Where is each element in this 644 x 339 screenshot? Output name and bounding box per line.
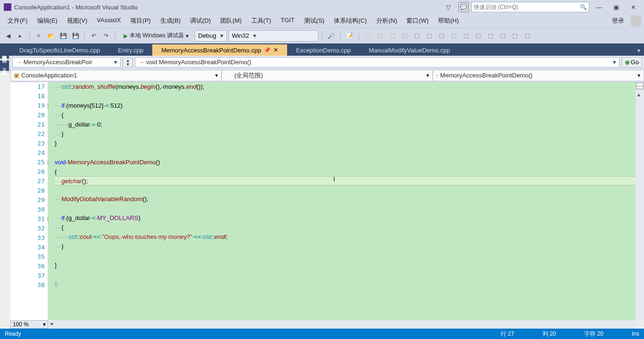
split-window-icon[interactable] bbox=[636, 83, 644, 89]
code-line[interactable]: } bbox=[55, 261, 643, 270]
menu-item[interactable]: 窗口(W) bbox=[402, 15, 433, 27]
code-line[interactable]: ····if·(g_dollar·<·MY_DOLLARS) bbox=[55, 213, 643, 223]
close-tab-icon[interactable]: ✕ bbox=[273, 47, 278, 53]
notifications-icon[interactable]: 💬 bbox=[458, 2, 469, 12]
tool-icon-9[interactable]: ⬚ bbox=[461, 31, 471, 41]
code-line[interactable] bbox=[55, 92, 643, 101]
code-editor[interactable]: 171819-202122232425-262728293031-3233343… bbox=[10, 82, 643, 320]
horizontal-scrollbar[interactable]: ◂ bbox=[48, 320, 636, 329]
close-button[interactable]: ✕ bbox=[626, 1, 640, 13]
menu-item[interactable]: 分析(N) bbox=[372, 15, 402, 27]
save-all-icon[interactable]: 💾 bbox=[70, 31, 81, 41]
menu-item[interactable]: 测试(S) bbox=[299, 15, 329, 27]
code-line[interactable] bbox=[55, 251, 643, 261]
open-file-icon[interactable]: 📂 bbox=[46, 31, 56, 41]
menu-item[interactable]: 体系结构(C) bbox=[329, 15, 372, 27]
tool-icon-7[interactable]: ⬚ bbox=[437, 31, 447, 41]
arrow-right-icon: → bbox=[138, 59, 144, 66]
avatar-icon[interactable] bbox=[631, 16, 641, 26]
undo-icon[interactable]: ↶ bbox=[89, 31, 99, 41]
code-line[interactable]: void·MemoryAccessBreakPointDemo() bbox=[55, 158, 643, 167]
tool-icon-2[interactable]: ⬚ bbox=[375, 31, 386, 41]
scroll-up-icon[interactable]: ▴ bbox=[636, 91, 642, 98]
menu-item[interactable]: 帮助(H) bbox=[433, 15, 463, 27]
code-line[interactable]: ····} bbox=[55, 129, 643, 139]
search-icon[interactable]: 🔍 bbox=[580, 4, 587, 10]
code-line[interactable] bbox=[55, 185, 643, 195]
nav-forward-icon[interactable]: ▸ bbox=[15, 31, 25, 41]
code-line[interactable] bbox=[55, 148, 643, 158]
zoom-combo[interactable]: 100 % bbox=[10, 320, 48, 329]
config-combo[interactable]: Debug bbox=[195, 30, 226, 42]
code-line[interactable]: ········std::cout·<<·"Oops,·who·touches·… bbox=[55, 232, 643, 242]
document-tab[interactable]: DragToSpecificLineDemo.cpp bbox=[10, 44, 109, 56]
code-line[interactable]: ····getchar(); bbox=[55, 176, 643, 186]
code-line[interactable]: } bbox=[55, 139, 643, 148]
menu-item[interactable]: 编辑(E) bbox=[33, 15, 62, 27]
scroll-left-icon[interactable]: ◂ bbox=[48, 320, 55, 327]
code-line[interactable] bbox=[55, 204, 643, 213]
function-combo[interactable]: ◦MemoryAccessBreakPointDemo() bbox=[433, 70, 644, 81]
feedback-icon[interactable]: ▽ bbox=[441, 1, 455, 13]
redo-icon[interactable]: ↷ bbox=[101, 31, 111, 41]
quick-launch-input[interactable] bbox=[474, 4, 580, 10]
code-line[interactable]: ▯ bbox=[55, 280, 643, 289]
code-line[interactable]: ····if·(moneys[512]·<·512) bbox=[55, 101, 643, 110]
code-area[interactable]: I ····std::random_shuffle(moneys.begin()… bbox=[48, 82, 643, 320]
scope-up-button[interactable]: ▴▾ bbox=[123, 58, 133, 67]
save-icon[interactable]: 💾 bbox=[58, 31, 68, 41]
scope-combo[interactable]: → MemoryAccessBreakPoir bbox=[12, 57, 121, 68]
tool-icon-1[interactable]: ⬚ bbox=[363, 31, 373, 41]
code-line[interactable]: ····std::random_shuffle(moneys.begin(),·… bbox=[55, 82, 643, 92]
menu-item[interactable]: 生成(B) bbox=[156, 15, 185, 27]
minimize-button[interactable]: — bbox=[592, 1, 606, 13]
start-debug-button[interactable]: ▶ 本地 Windows 调试器 ▾ bbox=[119, 30, 193, 42]
tool-icon-3[interactable]: ⬚ bbox=[388, 31, 398, 41]
platform-combo[interactable]: Win32 bbox=[229, 30, 318, 42]
menu-item[interactable]: 项目(P) bbox=[125, 15, 155, 27]
tool-icon-5[interactable]: ⬚ bbox=[412, 31, 422, 41]
tool-icon-4[interactable]: ⬚ bbox=[400, 31, 410, 41]
code-line[interactable] bbox=[55, 270, 643, 280]
go-button[interactable]: ◉ Go bbox=[621, 57, 642, 68]
sign-in-link[interactable]: 登录 bbox=[608, 15, 628, 27]
vertical-scrollbar[interactable]: ▴ bbox=[636, 82, 644, 320]
menu-item[interactable]: 文件(F) bbox=[3, 15, 33, 27]
code-line[interactable]: ····{ bbox=[55, 223, 643, 232]
document-tab[interactable]: ManualModifyValueDemo.cpp bbox=[360, 44, 459, 56]
comment-icon[interactable]: 📝 bbox=[345, 31, 355, 41]
new-project-icon[interactable]: ✧ bbox=[33, 31, 44, 41]
menu-item[interactable]: 调试(D) bbox=[185, 15, 215, 27]
side-tab[interactable]: 工具箱 bbox=[0, 60, 9, 71]
pin-icon[interactable]: 📌 bbox=[264, 47, 271, 53]
project-combo[interactable]: ▣ConsoleApplication1 bbox=[10, 70, 222, 81]
quick-launch-box[interactable]: 🔍 bbox=[471, 2, 589, 12]
menu-item[interactable]: 工具(T) bbox=[247, 15, 276, 27]
code-line[interactable]: ····} bbox=[55, 242, 643, 251]
tool-icon-13[interactable]: ⬚ bbox=[510, 31, 520, 41]
tool-icon-12[interactable]: ⬚ bbox=[498, 31, 508, 41]
scope-combo-2[interactable]: (全局范围) bbox=[222, 70, 433, 81]
maximize-button[interactable]: ▣ bbox=[609, 1, 623, 13]
tool-icon-8[interactable]: ⬚ bbox=[449, 31, 459, 41]
document-tab[interactable]: MemoryAccessBreakPointDemo.cpp📌✕ bbox=[152, 44, 287, 56]
code-line[interactable]: ····{ bbox=[55, 110, 643, 120]
member-combo[interactable]: → void MemoryAccessBreakPointDemo() bbox=[135, 57, 619, 68]
code-line[interactable]: { bbox=[55, 167, 643, 177]
menu-item[interactable]: TGIT bbox=[276, 15, 299, 27]
nav-back-icon[interactable]: ◀ bbox=[3, 31, 13, 41]
tool-icon-10[interactable]: ⬚ bbox=[473, 31, 484, 41]
tool-icon-11[interactable]: ⬚ bbox=[486, 31, 496, 41]
find-in-files-icon[interactable]: 🔎 bbox=[326, 31, 337, 41]
menu-item[interactable]: 团队(M) bbox=[215, 15, 247, 27]
tool-icon-6[interactable]: ⬚ bbox=[424, 31, 435, 41]
project-icon: ▣ bbox=[14, 72, 19, 79]
menu-item[interactable]: VAssistX bbox=[92, 15, 125, 27]
code-line[interactable]: ········g_dollar·=·0; bbox=[55, 120, 643, 129]
document-tab[interactable]: Entry.cpp bbox=[109, 44, 152, 56]
document-tab[interactable]: ExceptionDemo.cpp bbox=[287, 44, 360, 56]
menu-item[interactable]: 视图(V) bbox=[62, 15, 92, 27]
tab-overflow-icon[interactable]: ▾ bbox=[636, 45, 642, 56]
code-line[interactable]: ····ModifyGlobalVariableRandom(); bbox=[55, 195, 643, 204]
tool-icon-14[interactable]: ⬚ bbox=[522, 31, 533, 41]
